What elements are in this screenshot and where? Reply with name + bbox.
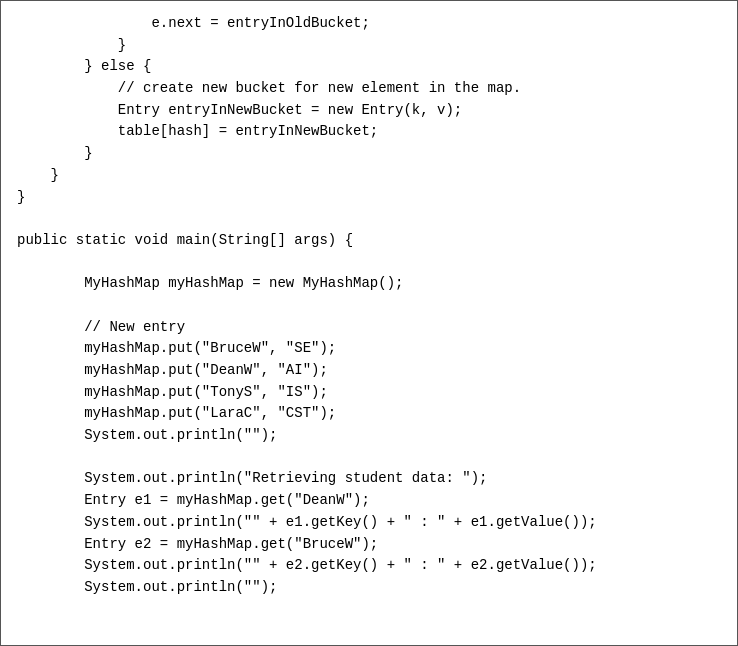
code-line (17, 447, 721, 469)
code-line: myHashMap.put("LaraC", "CST"); (17, 403, 721, 425)
code-line: } (17, 35, 721, 57)
code-line: System.out.println(""); (17, 577, 721, 599)
code-line: public static void main(String[] args) { (17, 230, 721, 252)
code-line: Entry e1 = myHashMap.get("DeanW"); (17, 490, 721, 512)
code-line (17, 208, 721, 230)
code-line: myHashMap.put("TonyS", "IS"); (17, 382, 721, 404)
code-line: // New entry (17, 317, 721, 339)
code-line (17, 252, 721, 274)
code-line: Entry e2 = myHashMap.get("BruceW"); (17, 534, 721, 556)
code-line: } (17, 187, 721, 209)
code-line: } (17, 143, 721, 165)
code-block: e.next = entryInOldBucket; } } else { //… (17, 13, 721, 599)
code-line: Entry entryInNewBucket = new Entry(k, v)… (17, 100, 721, 122)
code-line: e.next = entryInOldBucket; (17, 13, 721, 35)
code-line (17, 295, 721, 317)
code-line: System.out.println("" + e2.getKey() + " … (17, 555, 721, 577)
code-line: } (17, 165, 721, 187)
code-line: System.out.println("Retrieving student d… (17, 468, 721, 490)
code-line: myHashMap.put("BruceW", "SE"); (17, 338, 721, 360)
code-line: MyHashMap myHashMap = new MyHashMap(); (17, 273, 721, 295)
code-line: System.out.println("" + e1.getKey() + " … (17, 512, 721, 534)
code-line: } else { (17, 56, 721, 78)
code-line: // create new bucket for new element in … (17, 78, 721, 100)
code-line: System.out.println(""); (17, 425, 721, 447)
code-line: table[hash] = entryInNewBucket; (17, 121, 721, 143)
code-container: e.next = entryInOldBucket; } } else { //… (0, 0, 738, 646)
code-line: myHashMap.put("DeanW", "AI"); (17, 360, 721, 382)
